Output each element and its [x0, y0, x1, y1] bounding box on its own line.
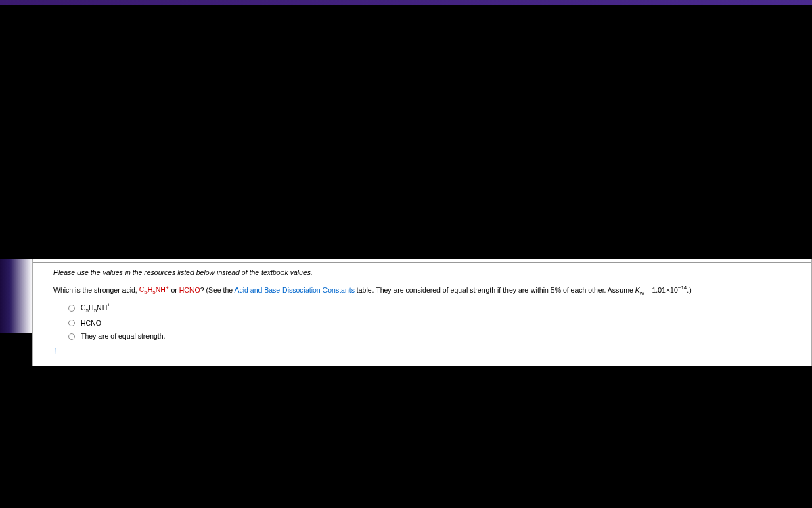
left-sidebar	[0, 259, 32, 333]
question-after-chem: ? (See the	[200, 285, 235, 293]
answer-options: C5H5NH+ HCNO They are of equal strength.	[68, 301, 798, 342]
kw-base: 10	[670, 285, 678, 293]
question-content-area: Please use the values in the resources l…	[32, 259, 812, 366]
option-1[interactable]: C5H5NH+	[68, 301, 798, 315]
radio-button-3[interactable]	[68, 333, 75, 340]
dagger-symbol[interactable]: †	[53, 346, 798, 357]
kw-exponent: −14	[678, 284, 687, 291]
black-region-bottom	[0, 366, 812, 508]
browser-top-bar	[0, 0, 812, 5]
radio-button-1[interactable]	[68, 305, 75, 312]
kw-variable: K	[635, 285, 640, 293]
question-prompt: Which is the stronger acid, C5H5NH+ or H…	[53, 284, 798, 297]
instruction-text: Please use the values in the resources l…	[53, 267, 798, 278]
option-3-label: They are of equal strength.	[81, 331, 166, 342]
question-after-link: table. They are considered of equal stre…	[355, 285, 635, 293]
option-2-label: HCNO	[81, 318, 102, 329]
question-prefix: Which is the stronger acid,	[53, 285, 139, 293]
dissociation-constants-link[interactable]: Acid and Base Dissociation Constants	[234, 285, 354, 293]
option-3[interactable]: They are of equal strength.	[68, 331, 798, 342]
chemical-formula-2: HCNO	[179, 285, 200, 293]
option-2[interactable]: HCNO	[68, 318, 798, 329]
chemical-formula-1: C5H5NH+	[139, 285, 169, 293]
kw-end: .)	[687, 285, 691, 293]
kw-equals: = 1.01	[644, 285, 666, 293]
radio-button-2[interactable]	[68, 320, 75, 326]
or-text: or	[169, 285, 179, 293]
question-block: Please use the values in the resources l…	[33, 263, 811, 364]
black-region-top	[0, 5, 812, 259]
option-1-label: C5H5NH+	[81, 301, 110, 315]
